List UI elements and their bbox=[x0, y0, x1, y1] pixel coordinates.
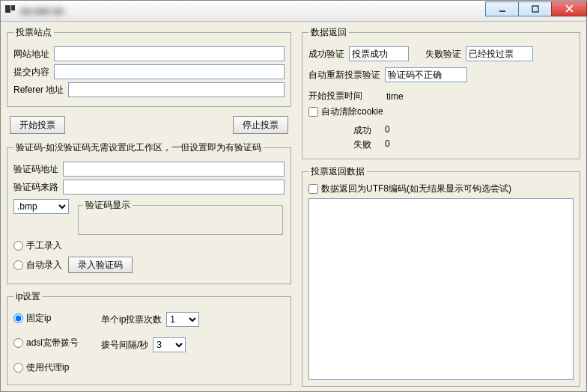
captcha-legend: 验证码-如没验证码无需设置此工作区，一但设置即为有验证码 bbox=[13, 141, 264, 154]
success-input[interactable] bbox=[349, 46, 409, 61]
fail-label: 失败验证 bbox=[425, 48, 461, 61]
captcha-group: 验证码-如没验证码无需设置此工作区，一但设置即为有验证码 验证码地址 验证码来路… bbox=[7, 141, 291, 284]
return-data-legend: 投票返回数据 bbox=[308, 165, 367, 178]
url-input[interactable] bbox=[54, 46, 285, 61]
captcha-ref-label: 验证码来路 bbox=[13, 181, 58, 194]
captcha-display-group: 验证码显示 bbox=[78, 199, 283, 235]
fail-count-label: 失败 bbox=[353, 138, 371, 151]
window-title: ■■ ■■■ ■■ bbox=[20, 6, 63, 16]
referer-label: Referer 地址 bbox=[13, 84, 64, 97]
action-row: 开始投票 停止投票 bbox=[7, 116, 291, 134]
ip-fixed-label: 固定ip bbox=[26, 312, 51, 325]
captcha-manual-radio[interactable] bbox=[13, 241, 23, 251]
captcha-auto-label: 自动录入 bbox=[26, 259, 62, 272]
captcha-ext-select[interactable]: .bmp bbox=[13, 199, 69, 214]
success-label: 成功验证 bbox=[308, 48, 344, 61]
start-time-value: time bbox=[386, 91, 404, 102]
close-button[interactable] bbox=[551, 1, 587, 16]
captcha-ref-input[interactable] bbox=[63, 180, 285, 195]
ip-adsl-label: adsl宽带拨号 bbox=[26, 337, 79, 349]
submit-label: 提交内容 bbox=[13, 66, 49, 79]
utf8-checkbox[interactable] bbox=[308, 184, 318, 194]
url-label: 网站地址 bbox=[13, 48, 49, 61]
success-count-value: 0 bbox=[385, 124, 390, 137]
svg-rect-1 bbox=[532, 6, 538, 12]
ip-legend: ip设置 bbox=[13, 290, 43, 303]
fail-input[interactable] bbox=[466, 46, 533, 61]
captcha-addr-input[interactable] bbox=[63, 162, 285, 177]
vote-site-group: 投票站点 网站地址 提交内容 Referer 地址 bbox=[7, 26, 291, 107]
start-time-label: 开始投票时间 bbox=[308, 90, 362, 102]
success-count-label: 成功 bbox=[353, 124, 371, 137]
per-ip-select[interactable]: 1 bbox=[166, 312, 199, 327]
window-controls bbox=[486, 1, 587, 16]
app-icon bbox=[5, 5, 17, 17]
titlebar: ■■ ■■■ ■■ bbox=[1, 1, 586, 22]
submit-input[interactable] bbox=[54, 64, 285, 79]
maximize-button[interactable] bbox=[518, 1, 552, 16]
result-group: 数据返回 成功验证 失败验证 自动重新投票验证 开始投票时间 bbox=[302, 26, 580, 159]
interval-select[interactable]: 3 bbox=[153, 337, 186, 352]
right-column: 数据返回 成功验证 失败验证 自动重新投票验证 开始投票时间 bbox=[302, 26, 580, 387]
result-legend: 数据返回 bbox=[308, 26, 349, 39]
client-area: 投票站点 网站地址 提交内容 Referer 地址 开始投票 bbox=[1, 22, 586, 391]
retry-label: 自动重新投票验证 bbox=[308, 69, 380, 82]
captcha-display-legend: 验证码显示 bbox=[83, 199, 133, 212]
return-textarea[interactable] bbox=[308, 198, 574, 380]
captcha-manual-label: 手工录入 bbox=[26, 239, 62, 252]
retry-input[interactable] bbox=[385, 67, 467, 82]
clear-cookie-label: 自动清除cookie bbox=[321, 105, 383, 118]
captcha-auto-radio[interactable] bbox=[13, 260, 23, 270]
ip-proxy-label: 使用代理ip bbox=[26, 361, 69, 374]
interval-label: 拨号间隔/秒 bbox=[101, 339, 148, 352]
svg-rect-0 bbox=[499, 10, 505, 12]
referer-input[interactable] bbox=[68, 82, 285, 97]
clear-cookie-checkbox[interactable] bbox=[308, 107, 318, 117]
left-column: 投票站点 网站地址 提交内容 Referer 地址 开始投票 bbox=[7, 26, 291, 387]
start-vote-button[interactable]: 开始投票 bbox=[10, 116, 65, 134]
title-left: ■■ ■■■ ■■ bbox=[5, 5, 63, 17]
ip-group: ip设置 固定ip adsl宽带拨号 bbox=[7, 290, 291, 385]
utf8-label: 数据返回为UTF8编码(如无结果显示可钩选尝试) bbox=[321, 183, 511, 195]
minimize-button[interactable] bbox=[485, 1, 519, 16]
ip-adsl-radio[interactable] bbox=[13, 338, 23, 348]
app-window: ■■ ■■■ ■■ 投票站点 网站地址 bbox=[0, 0, 587, 392]
ip-fixed-radio[interactable] bbox=[13, 313, 23, 323]
stop-vote-button[interactable]: 停止投票 bbox=[233, 116, 288, 134]
return-data-group: 投票返回数据 数据返回为UTF8编码(如无结果显示可钩选尝试) bbox=[302, 165, 580, 387]
vote-site-legend: 投票站点 bbox=[13, 26, 54, 39]
captcha-input-button[interactable]: 录入验证码 bbox=[68, 257, 133, 273]
per-ip-label: 单个ip投票次数 bbox=[101, 313, 162, 326]
fail-count-value: 0 bbox=[385, 138, 390, 151]
ip-proxy-radio[interactable] bbox=[13, 363, 23, 373]
captcha-addr-label: 验证码地址 bbox=[13, 163, 58, 176]
